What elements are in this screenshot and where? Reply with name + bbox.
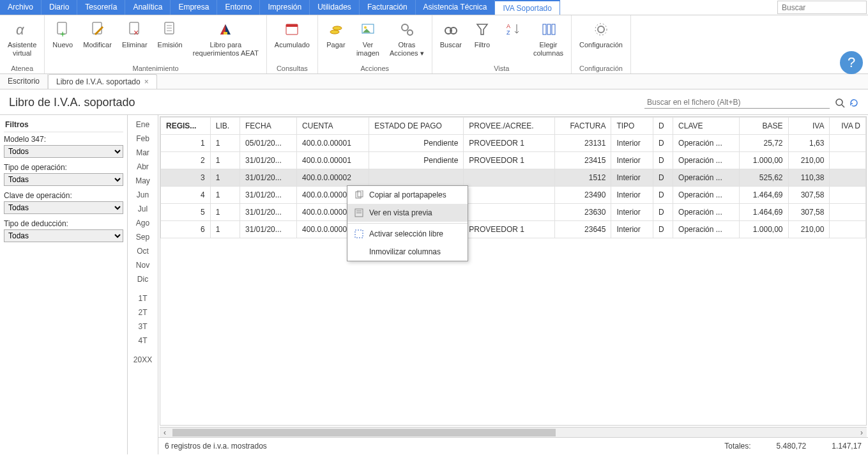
month-sep[interactable]: Sep [128,230,158,244]
table-cell: Pendiente [369,135,464,152]
doc-tab[interactable]: Libro de I.V.A. soportado× [48,74,157,89]
context-menu-item[interactable]: Ver en vista previa [347,204,468,222]
table-row[interactable]: 6131/01/20...400.0.0.00001PendientePROVE… [161,221,866,238]
data-table: REGIS...LIB.FECHACUENTAESTADO DE PAGOPRO… [160,117,866,238]
column-header[interactable]: PROVEE./ACREE. [464,118,555,135]
filter-select[interactable]: Todas [4,229,123,242]
month-dic[interactable]: Dic [128,272,158,286]
month-may[interactable]: May [128,174,158,188]
ribbon-button-ver[interactable]: Verimagen [353,18,383,59]
menu-item-utilidades[interactable]: Utilidades [310,0,360,15]
ribbon-button-configuraci-n[interactable]: Configuración [575,18,627,50]
table-row[interactable]: 2131/01/20...400.0.0.00001PendientePROVE… [161,152,866,169]
column-header[interactable]: IVA D [830,118,866,135]
ribbon-button-buscar[interactable]: Buscar [436,18,466,50]
table-row[interactable]: 5131/01/20...400.0.0.0000123630InteriorD… [161,204,866,221]
column-header[interactable]: LIB. [210,118,240,135]
ribbon-button-eliminar[interactable]: ×Eliminar [118,18,151,50]
column-header[interactable]: CUENTA [297,118,369,135]
table-cell: 31/01/20... [240,152,297,169]
month-mar[interactable]: Mar [128,146,158,160]
ribbon-button-pagar[interactable]: Pagar [322,18,350,50]
column-header[interactable]: IVA [788,118,830,135]
column-header[interactable]: REGIS... [161,118,211,135]
filter-select[interactable]: Todas [4,201,123,214]
help-button[interactable]: ? [840,51,863,74]
context-menu-item[interactable]: Inmovilizar columnas [347,243,468,261]
column-header[interactable]: TIPO [611,118,653,135]
ribbon-group-label: Acciones [360,63,389,72]
menu-item-diario[interactable]: Diario [42,0,77,15]
ribbon-button-acumulado[interactable]: Acumulado [271,18,314,50]
scroll-thumb[interactable] [172,429,556,436]
ribbon-button-sort-az[interactable]: AZ [499,18,527,42]
dashed-icon [354,229,364,239]
alpha-icon: α [12,19,33,40]
column-header[interactable]: FACTURA [555,118,611,135]
month-ene[interactable]: Ene [128,118,158,132]
totals-label: Totales: [724,442,750,451]
close-icon[interactable]: × [144,77,149,86]
ribbon-button-otras[interactable]: OtrasAcciones ▾ [386,18,428,59]
table-cell: PROVEEDOR 1 [464,152,555,169]
menu-item-impresión[interactable]: Impresión [260,0,310,15]
table-cell: Interior [611,204,653,221]
menu-item-archivo[interactable]: Archivo [0,0,42,15]
doc-tab[interactable]: Escritorio [0,74,48,89]
file-search-input[interactable] [644,96,830,109]
filter-select[interactable]: Todos [4,145,123,158]
ribbon-button-emisi-n[interactable]: Emisión [154,18,187,50]
month-4t[interactable]: 4T [128,334,158,348]
column-header[interactable]: ESTADO DE PAGO [369,118,464,135]
filter-field: Tipo de operación:Todas [4,163,123,186]
month-1t[interactable]: 1T [128,291,158,305]
ribbon-button-modificar[interactable]: Modificar [79,18,116,50]
month-20xx[interactable]: 20XX [128,353,158,367]
ribbon-button-libro-para[interactable]: Libro pararequerimientos AEAT [189,18,263,59]
context-menu-item[interactable]: Copiar al portapapeles [347,186,468,204]
column-header[interactable]: CLAVE [673,118,740,135]
table-row[interactable]: 3131/01/20...400.0.0.000021512InteriorDO… [161,169,866,187]
total-base: 5.480,72 [777,442,807,451]
ribbon-group-label: Vista [494,63,509,72]
global-search-input[interactable] [777,1,867,14]
month-feb[interactable]: Feb [128,132,158,146]
month-3t[interactable]: 3T [128,320,158,334]
context-menu[interactable]: Copiar al portapapelesVer en vista previ… [347,185,468,261]
month-jul[interactable]: Jul [128,202,158,216]
ribbon-button-filtro[interactable]: Filtro [468,18,496,50]
month-jun[interactable]: Jun [128,188,158,202]
menu-item-analítica[interactable]: Analítica [125,0,171,15]
filter-select[interactable]: Todas [4,173,123,186]
month-2t[interactable]: 2T [128,305,158,320]
scroll-left-arrow[interactable]: ‹ [160,428,170,438]
filter-label: Clave de operación: [4,191,123,200]
table-cell: 1 [210,187,240,204]
menu-item-empresa[interactable]: Empresa [171,0,217,15]
table-row[interactable]: 1105/01/20...400.0.0.00001PendientePROVE… [161,135,866,152]
menu-item-entorno[interactable]: Entorno [217,0,260,15]
search-icon[interactable] [835,98,845,108]
table-row[interactable]: 4131/01/20...400.0.0.0000123490InteriorD… [161,187,866,204]
month-abr[interactable]: Abr [128,160,158,174]
menu-item-asistencia-técnica[interactable]: Asistencia Técnica [416,0,496,15]
context-menu-item[interactable]: Activar selección libre [347,225,468,243]
ribbon-button-nuevo[interactable]: +Nuevo [49,18,77,50]
menu-item-tesorería[interactable]: Tesorería [77,0,125,15]
menu-item-facturación[interactable]: Facturación [360,0,416,15]
table-cell: 400.0.0.00001 [297,152,369,169]
ribbon-button-label: Nuevo [52,41,73,49]
month-nov[interactable]: Nov [128,258,158,272]
ribbon-button-elegir[interactable]: Elegircolumnas [529,18,567,59]
column-header[interactable]: D [653,118,673,135]
month-ago[interactable]: Ago [128,216,158,230]
ribbon-button-asistente[interactable]: αAsistentevirtual [4,18,40,59]
menu-item-iva-soportado[interactable]: IVA Soportado [495,0,560,15]
table-cell: 3 [161,169,211,187]
column-header[interactable]: FECHA [240,118,297,135]
month-oct[interactable]: Oct [128,244,158,258]
column-header[interactable]: BASE [739,118,788,135]
horizontal-scrollbar[interactable]: ‹ › [160,427,867,437]
scroll-right-arrow[interactable]: › [857,428,867,438]
refresh-icon[interactable] [849,98,859,108]
